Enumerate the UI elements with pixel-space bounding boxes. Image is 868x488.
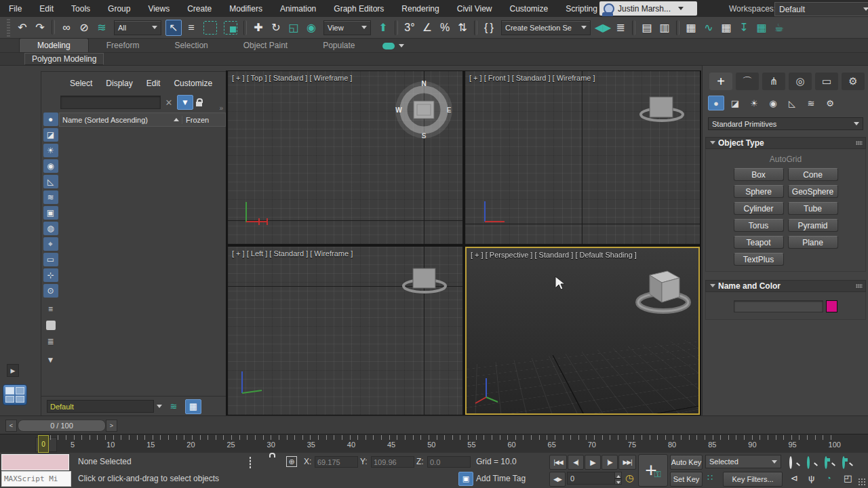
- panel-tab-utilities[interactable]: ⚙: [842, 73, 865, 90]
- percent-snap-icon[interactable]: %: [437, 20, 453, 36]
- category-helpers-icon[interactable]: ◺: [784, 96, 800, 110]
- button-plane[interactable]: Plane: [788, 236, 838, 249]
- next-frame-button[interactable]: >: [106, 420, 117, 432]
- time-tag-cube-icon[interactable]: ▣: [458, 472, 473, 486]
- render-setup-icon[interactable]: ↧: [736, 20, 752, 36]
- key-mode-toggle-button[interactable]: ◀▶: [549, 472, 566, 487]
- panel-tab-display[interactable]: ▭: [815, 73, 838, 90]
- go-to-start-button[interactable]: |◀◀: [549, 455, 567, 470]
- selection-set-keys-dropdown[interactable]: Selected: [705, 455, 781, 468]
- toggle-ribbon-icon[interactable]: ▦: [683, 20, 699, 36]
- pan-hand-icon[interactable]: ψ: [808, 473, 814, 483]
- absolute-offset-toggle-icon[interactable]: ⊕: [286, 456, 297, 467]
- current-frame-field[interactable]: [567, 472, 618, 485]
- menu-file[interactable]: File: [0, 1, 31, 16]
- lock-explorer-icon[interactable]: [196, 102, 202, 106]
- maximize-viewport-toggle-icon[interactable]: ◰: [844, 473, 852, 483]
- go-to-end-button[interactable]: ▶▶|: [618, 455, 636, 470]
- isolate-selection-icon[interactable]: [250, 458, 251, 468]
- ribbon-tab-populate[interactable]: Populate: [305, 39, 372, 52]
- menu-scripting[interactable]: Scripting: [557, 1, 606, 16]
- time-slider-handle[interactable]: 0 / 100: [18, 420, 106, 432]
- previous-frame-button[interactable]: ◀|: [568, 455, 584, 470]
- filter-funnel-icon[interactable]: ▼: [43, 353, 58, 367]
- display-helpers-icon[interactable]: ◺: [43, 175, 58, 188]
- redo-icon[interactable]: ↷: [32, 20, 48, 36]
- zoom-extents-icon[interactable]: [825, 458, 827, 468]
- angle-snap-icon[interactable]: ∠: [419, 20, 435, 36]
- panel-tab-create[interactable]: +: [709, 73, 732, 90]
- display-lights-icon[interactable]: ☀: [43, 144, 58, 157]
- primitive-category-dropdown[interactable]: Standard Primitives: [708, 117, 863, 130]
- explorer-expand-button[interactable]: ▶: [7, 364, 19, 377]
- select-and-move-icon[interactable]: ✚: [250, 20, 267, 36]
- button-pyramid[interactable]: Pyramid: [788, 219, 838, 232]
- user-account-chip[interactable]: Justin Marsh...: [599, 1, 697, 16]
- autogrid-checkbox[interactable]: AutoGrid: [706, 153, 865, 168]
- display-cameras-icon[interactable]: ◉: [43, 159, 58, 173]
- zoom-icon[interactable]: [789, 458, 792, 468]
- polygon-modeling-panel[interactable]: Polygon Modeling: [24, 53, 104, 65]
- category-geometry-icon[interactable]: ●: [708, 96, 724, 110]
- add-time-tag[interactable]: Add Time Tag: [476, 474, 526, 483]
- column-name[interactable]: Name (Sorted Ascending): [60, 116, 182, 124]
- viewport-left[interactable]: [ + ] [ Left ] [ Standard ] [ Wireframe …: [228, 247, 462, 415]
- auto-key-button[interactable]: Auto Key: [670, 455, 703, 470]
- set-key-button[interactable]: Set Key: [670, 472, 703, 487]
- window-resize-grip[interactable]: [858, 478, 866, 486]
- previous-frame-button[interactable]: <: [5, 420, 17, 432]
- category-cameras-icon[interactable]: ◉: [765, 96, 781, 110]
- x-coordinate-field[interactable]: [315, 456, 358, 468]
- object-type-rollout-header[interactable]: Object Type: [705, 137, 866, 149]
- ribbon-tab-modeling[interactable]: Modeling: [19, 38, 89, 52]
- panel-tab-modify[interactable]: ⌒: [736, 73, 759, 90]
- toggle-scene-explorer-icon[interactable]: ▤: [639, 20, 655, 36]
- category-systems-icon[interactable]: ⚙: [822, 96, 838, 110]
- panel-tab-motion[interactable]: ◎: [789, 73, 812, 90]
- display-shapes-icon[interactable]: ◪: [43, 128, 58, 142]
- explorer-overflow-icon[interactable]: »: [219, 104, 223, 112]
- menu-views[interactable]: Views: [139, 1, 178, 16]
- display-geometry-icon[interactable]: ●: [43, 113, 58, 126]
- schematic-view-icon[interactable]: ▦: [718, 20, 734, 36]
- object-color-swatch[interactable]: [826, 300, 837, 312]
- zoom-extents-all-icon[interactable]: [842, 458, 845, 468]
- time-configuration-icon[interactable]: ◷: [625, 472, 633, 483]
- keyable-icons-toggle[interactable]: ∷: [707, 472, 713, 483]
- viewport-top[interactable]: [ + ] [ Top ] [ Standard ] [ Wireframe ]…: [228, 71, 462, 244]
- next-frame-button[interactable]: |▶: [601, 455, 618, 470]
- render-production-icon[interactable]: ☕: [771, 20, 787, 36]
- column-frozen[interactable]: Frozen: [182, 116, 225, 124]
- menu-modifiers[interactable]: Modifiers: [220, 1, 271, 16]
- clear-search-icon[interactable]: ✕: [163, 98, 174, 108]
- display-space-warps-icon[interactable]: ≋: [43, 190, 58, 204]
- menu-graph-editors[interactable]: Graph Editors: [325, 1, 393, 16]
- explorer-menu-display[interactable]: Display: [100, 77, 138, 89]
- category-lights-icon[interactable]: ☀: [746, 96, 762, 110]
- viewport-front-label[interactable]: [ + ] [ Front ] [ Standard ] [ Wireframe…: [469, 74, 595, 82]
- menu-civil-view[interactable]: Civil View: [448, 1, 501, 16]
- layer-explorer-mode-icon[interactable]: ≋: [166, 400, 181, 413]
- align-icon[interactable]: ≣: [612, 20, 629, 36]
- maxscript-listener-label[interactable]: MAXScript Mi: [1, 471, 71, 487]
- object-name-input[interactable]: [734, 300, 823, 312]
- track-bar[interactable]: ∿ 51015202530354045505560657075808590951…: [0, 434, 868, 454]
- display-xrefs-icon[interactable]: ◍: [43, 222, 58, 235]
- snaps-toggle-3d-icon[interactable]: 3°: [401, 20, 418, 36]
- selection-filter-dropdown[interactable]: All: [114, 20, 161, 35]
- spinner-snap-icon[interactable]: ⇅: [454, 20, 471, 36]
- viewport-layout-tab-icon[interactable]: [3, 384, 27, 405]
- name-color-rollout-header[interactable]: Name and Color: [705, 280, 866, 292]
- unlink-selection-icon[interactable]: ⊘: [76, 20, 92, 36]
- select-and-rotate-icon[interactable]: ↻: [268, 20, 284, 36]
- menu-edit[interactable]: Edit: [31, 1, 62, 16]
- play-button[interactable]: ▶: [585, 455, 601, 470]
- list-view-icon[interactable]: ≡: [43, 302, 58, 316]
- y-coordinate-field[interactable]: [371, 456, 414, 468]
- maxscript-mini-listener[interactable]: [1, 454, 69, 470]
- named-selection-set-dropdown[interactable]: Create Selection Se: [501, 20, 591, 35]
- viewport-perspective-label[interactable]: [ + ] [ Perspective ] [ Standard ] [ Def…: [471, 251, 637, 259]
- use-center-flyout-icon[interactable]: ⬆: [375, 20, 391, 36]
- menu-tools[interactable]: Tools: [62, 1, 99, 16]
- dropdown-arrow-icon[interactable]: [157, 405, 162, 411]
